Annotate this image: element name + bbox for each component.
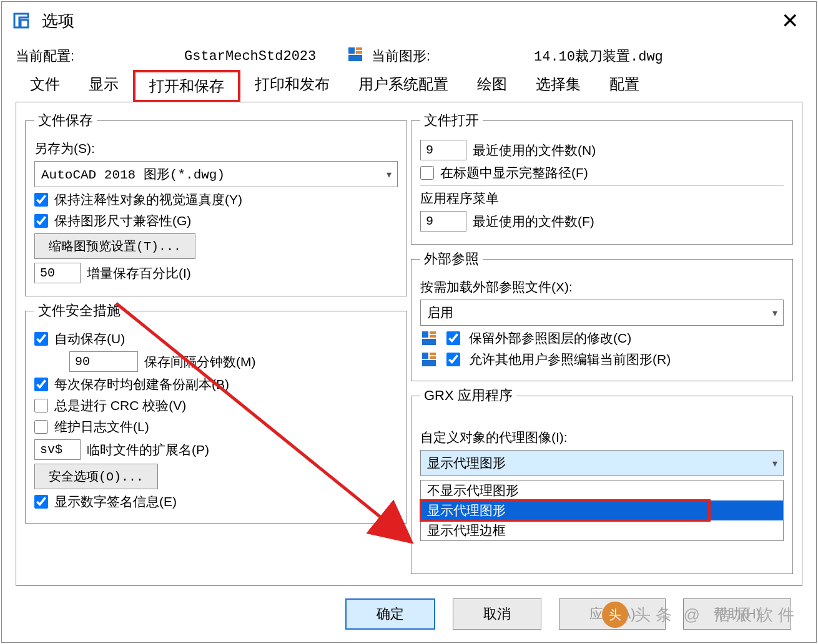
drawing-icon: [347, 46, 372, 67]
title-bar: 选项 ✕: [2, 2, 816, 39]
tab-draw[interactable]: 绘图: [463, 70, 521, 102]
proxy-option-none[interactable]: 不显示代理图形: [421, 481, 783, 500]
chk-crc[interactable]: [34, 399, 48, 412]
svg-rect-10: [430, 353, 436, 355]
watermark-logo-icon: 头: [602, 602, 628, 628]
tab-display[interactable]: 显示: [74, 70, 133, 102]
btn-security[interactable]: 安全选项(O)...: [34, 464, 158, 489]
save-as-select[interactable]: AutoCAD 2018 图形(*.dwg): [34, 161, 398, 187]
svg-rect-1: [356, 47, 362, 50]
current-drawing-value: 14.10裁刀装置.dwg: [534, 47, 663, 66]
group-xref: 外部参照 按需加载外部参照文件(X): 启用 保留外部参照图层的修改(C) 允许…: [411, 250, 793, 381]
chk-autosave[interactable]: [34, 332, 48, 346]
close-icon[interactable]: ✕: [774, 8, 806, 33]
current-config-label: 当前配置:: [16, 47, 184, 66]
chk-digsig[interactable]: [34, 495, 48, 509]
current-drawing-label: 当前图形:: [372, 47, 534, 66]
layer-icon: [420, 329, 438, 347]
chk-fullpath[interactable]: [420, 166, 434, 180]
xref-load-select[interactable]: 启用: [420, 300, 784, 326]
tab-print[interactable]: 打印和发布: [240, 70, 344, 102]
window-title: 选项: [42, 10, 74, 32]
proxy-select[interactable]: 显示代理图形: [420, 450, 784, 476]
config-row: 当前配置: GstarMechStd2023 当前图形: 14.10裁刀装置.d…: [2, 39, 816, 69]
watermark: 头 头条 @ 浩辰软件: [602, 602, 799, 628]
tab-open-save[interactable]: 打开和保存: [133, 70, 240, 102]
group-file-open: 文件打开 最近使用的文件数(N) 在标题中显示完整路径(F) 应用程序菜单 最近…: [411, 111, 793, 245]
btn-thumb-preview[interactable]: 缩略图预览设置(T)...: [34, 233, 195, 259]
proxy-option-show[interactable]: 显示代理图形: [421, 500, 783, 520]
ok-button[interactable]: 确定: [345, 598, 435, 630]
save-as-label: 另存为(S):: [34, 140, 95, 157]
chk-size-compat[interactable]: [34, 214, 48, 228]
tab-config[interactable]: 配置: [595, 70, 654, 102]
chk-log[interactable]: [34, 420, 48, 434]
appmenu-label: 应用程序菜单: [420, 190, 499, 207]
svg-rect-3: [348, 55, 362, 61]
tab-user-config[interactable]: 用户系统配置: [344, 70, 463, 102]
group-file-save: 文件保存 另存为(S): AutoCAD 2018 图形(*.dwg) 保持注释…: [25, 111, 407, 296]
chk-visual-fidelity[interactable]: [34, 193, 48, 207]
current-config-value: GstarMechStd2023: [184, 49, 347, 64]
svg-rect-9: [422, 353, 428, 359]
svg-rect-6: [430, 331, 436, 334]
incr-save-input[interactable]: [34, 263, 81, 283]
tab-file[interactable]: 文件: [16, 70, 74, 102]
svg-rect-2: [356, 51, 362, 54]
recent-files-input[interactable]: [420, 140, 466, 160]
tabs: 文件 显示 打开和保存 打印和发布 用户系统配置 绘图 选择集 配置: [16, 69, 802, 102]
svg-rect-8: [422, 339, 436, 345]
layer-icon-2: [420, 351, 438, 368]
svg-rect-5: [422, 331, 428, 338]
tab-panel: 文件保存 另存为(S): AutoCAD 2018 图形(*.dwg) 保持注释…: [16, 102, 802, 586]
group-grx: GRX 应用程序 自定义对象的代理图像(I): 显示代理图形 不显示代理图形 显…: [411, 386, 793, 574]
svg-rect-12: [422, 360, 436, 366]
svg-rect-7: [430, 335, 436, 338]
appmenu-recent-input[interactable]: [420, 211, 466, 232]
autosave-minutes-input[interactable]: [69, 351, 138, 372]
app-icon: [12, 11, 31, 30]
chk-retain-layer[interactable]: [446, 331, 460, 345]
svg-rect-11: [430, 356, 436, 359]
chk-backup[interactable]: [34, 378, 48, 391]
group-file-safety: 文件安全措施 自动保存(U) 保存间隔分钟数(M) 每次保存时均创建备份副本(B…: [25, 301, 407, 524]
svg-rect-0: [348, 47, 355, 54]
proxy-dropdown[interactable]: 不显示代理图形 显示代理图形 显示代理边框: [420, 480, 784, 541]
proxy-option-border[interactable]: 显示代理边框: [421, 520, 783, 540]
temp-ext-input[interactable]: [34, 439, 81, 460]
cancel-button[interactable]: 取消: [453, 598, 541, 630]
tab-selection[interactable]: 选择集: [521, 70, 595, 102]
chk-allow-edit[interactable]: [446, 353, 460, 366]
